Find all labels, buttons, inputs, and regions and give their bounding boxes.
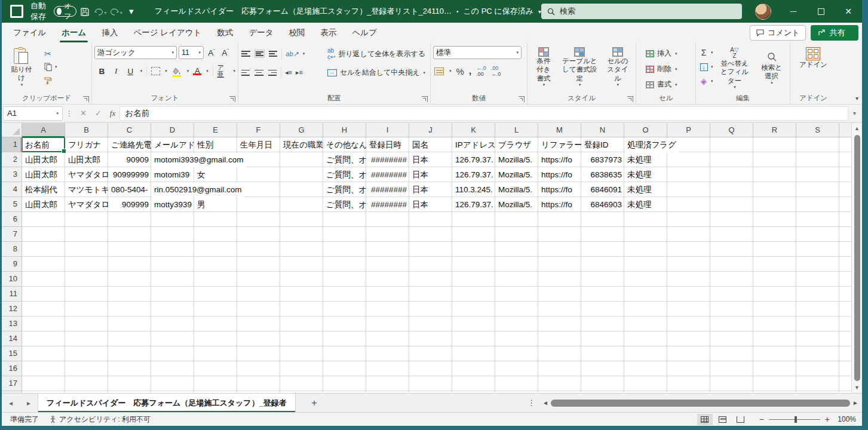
normal-view-button[interactable] — [697, 414, 713, 425]
cell-M1[interactable]: リファラー — [539, 138, 581, 152]
zoom-out-button[interactable]: − — [759, 414, 764, 424]
number-dialog-launcher[interactable] — [519, 96, 525, 102]
cell-N1[interactable]: 登録ID — [582, 138, 611, 152]
conditional-formatting-button[interactable]: 条件付き書式 ▾ — [530, 46, 557, 89]
cell-K3[interactable]: 126.79.37. — [453, 168, 495, 182]
cell-B4[interactable]: マツモトキ — [66, 183, 108, 197]
sort-filter-button[interactable]: A▽Z 並べ替えとフィルター ▾ — [716, 46, 754, 91]
cell-O3[interactable]: 未処理 — [625, 168, 654, 182]
undo-button[interactable]: ▾ — [93, 6, 108, 17]
sheet-options-kebab-icon[interactable]: ⋮ — [527, 398, 540, 407]
cell-M5[interactable]: https://fo — [539, 198, 581, 212]
accessibility-status[interactable]: アクセシビリティ: 利用不可 — [50, 414, 151, 425]
font-color-button[interactable]: A — [193, 67, 201, 75]
find-select-button[interactable]: 検索と選択 ▾ — [756, 46, 787, 91]
autosum-icon[interactable]: Σ — [698, 47, 709, 58]
save-button[interactable] — [76, 6, 92, 17]
row-header-10[interactable]: 10 — [2, 272, 22, 287]
accounting-format-icon[interactable] — [434, 67, 444, 75]
minimize-button[interactable]: ─ — [780, 0, 807, 23]
customize-quick-access-button[interactable]: ▾ — [124, 6, 139, 17]
cell-B5[interactable]: ヤマダタロ — [66, 198, 108, 212]
column-header-C[interactable]: C — [108, 123, 151, 137]
excel-app-icon[interactable] — [10, 5, 23, 18]
scroll-left-icon[interactable]: ◄ — [542, 400, 548, 406]
cut-icon[interactable]: ✂ — [42, 48, 53, 59]
column-header-P[interactable]: P — [667, 123, 710, 137]
cell-I2[interactable]: ######## — [367, 153, 409, 167]
row-header-17[interactable]: 17 — [2, 376, 22, 391]
row-header-3[interactable]: 3 — [2, 167, 22, 182]
cell-L5[interactable]: Mozilla/5. — [496, 198, 538, 212]
alignment-dialog-launcher[interactable] — [422, 96, 428, 102]
top-align-icon[interactable] — [241, 50, 251, 58]
increase-indent-icon[interactable]: ▸≡ — [296, 69, 303, 76]
cell-J1[interactable]: 国名 — [410, 138, 431, 152]
cell-N4[interactable]: 6846091 — [582, 183, 624, 197]
row-header-6[interactable]: 6 — [2, 212, 22, 227]
align-center-icon[interactable] — [254, 69, 263, 77]
cell-A2[interactable]: 山田太郎 — [23, 153, 60, 167]
column-header-N[interactable]: N — [581, 123, 624, 137]
cell-O5[interactable]: 未処理 — [625, 198, 654, 212]
row-header-9[interactable]: 9 — [2, 257, 22, 272]
increase-font-size-button[interactable]: Aˆ — [206, 48, 217, 57]
cell-J5[interactable]: 日本 — [410, 198, 431, 212]
merge-center-button[interactable]: ↔ セルを結合して中央揃え ▾ — [325, 66, 428, 79]
cell-B3[interactable]: ヤマダタロ — [66, 168, 108, 182]
maximize-button[interactable] — [807, 0, 835, 23]
cell-L4[interactable]: Mozilla/5. — [496, 183, 538, 197]
orientation-icon[interactable]: ab↗ — [286, 50, 298, 58]
format-cells-button[interactable]: 書式▾ — [643, 78, 693, 91]
decrease-decimal-icon[interactable]: .00→.0 — [491, 65, 501, 77]
column-header-E[interactable]: E — [194, 123, 237, 137]
column-header-S[interactable]: S — [796, 123, 839, 137]
column-header-L[interactable]: L — [495, 123, 538, 137]
comments-button[interactable]: コメント — [750, 25, 806, 41]
cell-styles-button[interactable]: セルのスタイル ▾ — [602, 46, 633, 89]
cell-A3[interactable]: 山田太郎 — [23, 168, 60, 182]
cell-O2[interactable]: 未処理 — [625, 153, 654, 167]
autosave-toggle[interactable]: 自動保存 オフ — [30, 1, 76, 22]
select-all-corner[interactable] — [2, 123, 22, 137]
row-header-7[interactable]: 7 — [2, 227, 22, 242]
cell-E1[interactable]: 性別 — [195, 138, 216, 152]
row-header-14[interactable]: 14 — [2, 331, 22, 346]
column-header-J[interactable]: J — [409, 123, 452, 137]
active-sheet-tab[interactable]: フィールドスパイダー 応募フォーム（足場施工スタッフ）_登録者 — [38, 394, 296, 412]
cell-K5[interactable]: 126.79.37. — [453, 198, 495, 212]
cell-J2[interactable]: 日本 — [410, 153, 431, 167]
italic-button[interactable]: I — [111, 66, 121, 76]
cell-D4[interactable]: rin.0502919@gmail.com — [152, 183, 244, 197]
cell-D5[interactable]: motty3939 — [152, 198, 194, 212]
cell-L3[interactable]: Mozilla/5. — [496, 168, 538, 182]
cell-A4[interactable]: 松本絹代 — [23, 183, 60, 197]
cell-O4[interactable]: 未処理 — [625, 183, 654, 197]
clear-icon[interactable]: ◈ — [698, 76, 709, 87]
clipboard-dialog-launcher[interactable] — [83, 96, 89, 102]
cell-M3[interactable]: https://fo — [539, 168, 581, 182]
column-header-R[interactable]: R — [753, 123, 796, 137]
cell-A5[interactable]: 山田太郎 — [23, 198, 60, 212]
cell-K4[interactable]: 110.3.245. — [453, 183, 495, 197]
fill-color-button[interactable] — [171, 66, 182, 77]
zoom-slider-handle[interactable] — [795, 416, 797, 423]
cell-I5[interactable]: ######## — [367, 198, 409, 212]
cell-O1[interactable]: 処理済フラグ — [625, 138, 679, 152]
addins-button[interactable]: アドイン — [796, 46, 831, 70]
horizontal-scroll-thumb[interactable] — [551, 400, 850, 407]
vertical-scroll-thumb[interactable] — [854, 135, 860, 381]
row-header-2[interactable]: 2 — [2, 152, 22, 167]
font-dialog-launcher[interactable] — [229, 96, 235, 102]
next-sheet-icon[interactable]: ▸ — [20, 399, 38, 407]
column-header-O[interactable]: O — [624, 123, 667, 137]
cell-D2[interactable]: motomi3939@gmail.com — [152, 153, 246, 167]
cell-M2[interactable]: https://fo — [539, 153, 581, 167]
styles-dialog-launcher[interactable] — [627, 96, 633, 102]
font-name-combo[interactable]: 游ゴシック▾ — [94, 46, 177, 59]
scroll-down-icon[interactable]: ▼ — [854, 382, 860, 393]
phonetic-guide-button[interactable]: ア亜 — [217, 64, 229, 78]
tab-formulas[interactable]: 数式 — [209, 24, 241, 42]
cell-L2[interactable]: Mozilla/5. — [496, 153, 538, 167]
new-sheet-button[interactable]: + — [296, 397, 333, 409]
